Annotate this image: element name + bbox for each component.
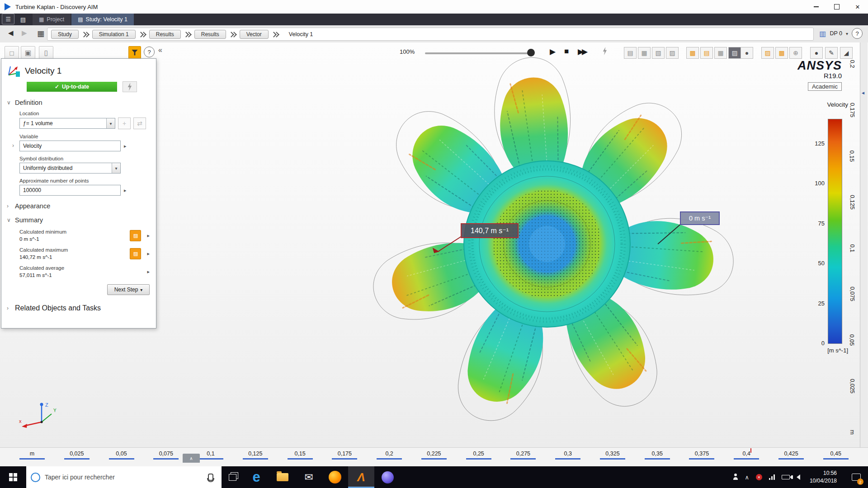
tab-study-velocity[interactable]: ▤ Study: Velocity 1 xyxy=(71,14,134,25)
home-grid-button[interactable]: ▦ xyxy=(37,29,44,38)
panel-help-button[interactable]: ? xyxy=(144,47,155,57)
probe-value-icon[interactable]: ▨ xyxy=(761,47,774,59)
duplicate-button[interactable]: ▣ xyxy=(21,46,35,60)
variable-menu-icon[interactable]: ▸ xyxy=(124,143,127,149)
max-velocity-annotation[interactable]: 140,7 m s⁻¹ xyxy=(461,223,519,238)
swap-location-button[interactable]: ⇄ xyxy=(133,117,146,129)
ruler-tick-bar xyxy=(778,458,804,460)
calculated-minimum-row: Calculated minimum 0 m s^-1 ▨ ▸ xyxy=(19,229,150,242)
filter-button[interactable] xyxy=(128,46,141,59)
variable-input[interactable]: Velocity xyxy=(19,141,121,151)
symbol-distribution-dropdown[interactable]: Uniformly distributed ▾ xyxy=(19,163,121,174)
help-button[interactable]: ? xyxy=(852,28,863,39)
legend-ticks: 1251007550250 xyxy=(801,140,825,347)
section-summary[interactable]: ∨ Summary xyxy=(7,216,156,224)
dp-caret-icon[interactable]: ▾ xyxy=(846,31,848,36)
add-location-button[interactable]: + xyxy=(118,117,131,129)
start-button[interactable] xyxy=(0,466,26,488)
breadcrumb-item[interactable]: Study xyxy=(51,30,92,39)
turbine-vector-plot[interactable] xyxy=(348,45,746,443)
taskbar-app-explorer[interactable] xyxy=(269,466,296,488)
min-menu-icon[interactable]: ▸ xyxy=(147,233,150,239)
viewport-edge-strip[interactable] xyxy=(860,42,868,447)
collapse-panel-button[interactable]: « xyxy=(158,46,162,54)
section-related[interactable]: › Related Objects and Tasks xyxy=(7,304,156,312)
design-point-table-icon[interactable]: ▥ xyxy=(819,29,826,38)
back-button[interactable]: ◀ xyxy=(8,29,14,37)
ruler-cell: 0,125 xyxy=(241,448,269,466)
points-menu-icon[interactable]: ▸ xyxy=(124,188,127,193)
battery-icon[interactable] xyxy=(782,475,790,479)
chevron-open-icon: ∨ xyxy=(7,99,12,106)
variable-expander-icon[interactable]: › xyxy=(12,142,14,149)
taskbar-clock[interactable]: 10:56 10/04/2018 xyxy=(810,469,837,485)
annotate-pencil-icon[interactable]: ✎ xyxy=(825,47,838,59)
taskbar-app-edge[interactable]: e xyxy=(243,466,269,488)
chevron-separator-icon xyxy=(184,31,191,38)
ruler-tick-bar xyxy=(19,458,45,460)
menu-button[interactable]: ☰ xyxy=(2,14,14,24)
ruler-tick-bar xyxy=(153,458,179,460)
volume-icon[interactable] xyxy=(797,474,800,480)
delete-button[interactable]: ▯ xyxy=(39,46,53,60)
breadcrumb-item[interactable]: Results xyxy=(194,30,240,39)
tab-bar: ☰ ▤ ▦ Project ▤ Study: Velocity 1 xyxy=(0,14,868,25)
ruler-cell: 0,05 xyxy=(108,448,136,466)
legend-colorbar xyxy=(828,119,842,344)
legend-tick: 75 xyxy=(818,220,825,227)
chevron-separator-icon xyxy=(82,31,89,38)
edge-scroll-arrow-icon[interactable]: ◄ xyxy=(861,90,865,95)
tab-project[interactable]: ▦ Project xyxy=(33,14,71,25)
minimize-button[interactable] xyxy=(806,0,826,14)
taskbar-app-ansys-active[interactable]: Λ xyxy=(348,466,374,488)
section-definition[interactable]: ∨ Definition xyxy=(7,99,156,106)
fit-view-icon[interactable]: ⊕ xyxy=(789,47,802,59)
forward-button[interactable]: ▶ xyxy=(22,29,27,37)
design-point-selector[interactable]: DP 0 xyxy=(830,30,842,37)
breadcrumb-item[interactable]: Vector xyxy=(240,30,282,39)
evaluate-button[interactable] xyxy=(123,81,137,92)
pages-icon[interactable]: ▤ xyxy=(17,14,29,24)
new-object-button[interactable]: □ xyxy=(5,46,19,60)
lighting-sphere-icon[interactable]: ● xyxy=(810,47,823,59)
chevron-open-icon: ∨ xyxy=(7,217,12,223)
show-hidden-icons-button[interactable]: ∧ xyxy=(745,474,749,481)
people-icon[interactable] xyxy=(733,475,738,479)
taskbar-app-firefox[interactable] xyxy=(322,466,348,488)
action-center-button[interactable]: 2 xyxy=(846,466,866,488)
microphone-icon[interactable] xyxy=(208,474,213,481)
ruler-label: 0,025 xyxy=(849,379,856,394)
taskbar-app-mail[interactable]: ✉ xyxy=(296,466,322,488)
y-axis-label: Y xyxy=(53,408,57,413)
next-step-button[interactable]: Next Step ▾ xyxy=(107,284,150,295)
discovery-aim-logo-icon xyxy=(5,3,11,10)
viewport[interactable]: □ ▣ ▯ ? « 100% ▶ ■ ▶▶ ▤ ▦ ▧ ▨ ▩ ▤ ▦ ▨ ● … xyxy=(0,42,868,447)
max-menu-icon[interactable]: ▸ xyxy=(147,251,150,257)
taskbar-search[interactable]: Taper ici pour rechercher xyxy=(26,466,222,488)
task-view-button[interactable] xyxy=(222,466,243,488)
taskbar-app-discovery[interactable] xyxy=(374,466,401,488)
avg-menu-icon[interactable]: ▸ xyxy=(147,269,150,275)
ruler-label: 0,275 xyxy=(516,450,530,457)
status-error-icon[interactable]: ✕ xyxy=(756,474,762,480)
chevron-closed-icon: › xyxy=(7,305,12,311)
location-dropdown[interactable]: ƒ= 1 volume ▾ xyxy=(19,118,115,129)
ruler-label: 0,05 xyxy=(116,450,127,457)
close-button[interactable]: ✕ xyxy=(847,0,868,14)
output-parameter-icon[interactable]: ▨ xyxy=(130,248,141,259)
section-appearance[interactable]: › Appearance xyxy=(7,202,156,210)
min-velocity-annotation[interactable]: 0 m s⁻¹ xyxy=(680,211,720,225)
gradient-ramp-icon[interactable]: ◢ xyxy=(840,47,853,59)
ruler-collapse-button[interactable]: ∧ xyxy=(183,454,200,463)
application-window: Turbine Kaplan - Discovery AIM ✕ ☰ ▤ ▦ P… xyxy=(0,0,868,488)
study-icon: ▤ xyxy=(78,16,83,23)
points-input[interactable]: 100000 xyxy=(19,185,121,196)
ruler-cell: 0,35 xyxy=(643,448,671,466)
maximize-button[interactable] xyxy=(826,0,847,14)
breadcrumb-item[interactable]: Simulation 1 xyxy=(92,30,149,39)
legend-toggle-icon[interactable]: ▩ xyxy=(775,47,788,59)
breadcrumb-item[interactable]: Velocity 1 xyxy=(282,30,320,39)
breadcrumb-item[interactable]: Results xyxy=(149,30,194,39)
output-parameter-icon[interactable]: ▨ xyxy=(130,230,141,241)
network-icon[interactable] xyxy=(769,474,775,480)
